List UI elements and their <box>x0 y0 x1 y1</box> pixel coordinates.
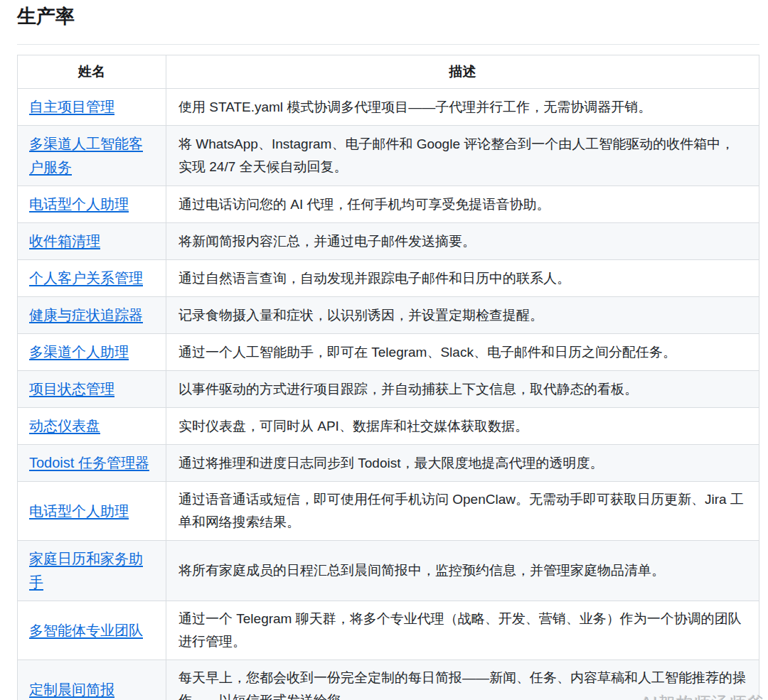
name-cell: 项目状态管理 <box>18 371 166 408</box>
name-cell: 健康与症状追踪器 <box>18 297 166 334</box>
name-cell: 多智能体专业团队 <box>18 601 166 660</box>
table-row: 多渠道个人助理 通过一个人工智能助手，即可在 Telegram、Slack、电子… <box>18 334 759 371</box>
description-column-header: 描述 <box>166 55 759 89</box>
header-row: 姓名 描述 <box>18 55 759 89</box>
description-cell: 通过一个人工智能助手，即可在 Telegram、Slack、电子邮件和日历之间分… <box>166 334 759 371</box>
description-cell: 使用 STATE.yaml 模式协调多代理项目——子代理并行工作，无需协调器开销… <box>166 89 759 126</box>
table-row: 定制晨间简报 每天早上，您都会收到一份完全定制的每日简报——新闻、任务、内容草稿… <box>18 660 759 700</box>
description-cell: 将 WhatsApp、Instagram、电子邮件和 Google 评论整合到一… <box>166 126 759 186</box>
row-link[interactable]: 项目状态管理 <box>29 381 114 397</box>
page: 生产率 姓名 描述 自主项目管理 使用 STATE.yaml 模式协调多代理项目… <box>0 0 768 700</box>
row-link[interactable]: 健康与症状追踪器 <box>29 307 143 323</box>
table-row: 多渠道人工智能客户服务 将 WhatsApp、Instagram、电子邮件和 G… <box>18 126 759 186</box>
table-header: 姓名 描述 <box>18 55 759 89</box>
table-row: 家庭日历和家务助手 将所有家庭成员的日程汇总到晨间简报中，监控预约信息，并管理家… <box>18 541 759 601</box>
row-link[interactable]: 自主项目管理 <box>29 99 114 114</box>
description-cell: 以事件驱动的方式进行项目跟踪，并自动捕获上下文信息，取代静态的看板。 <box>166 371 759 408</box>
row-link[interactable]: 定制晨间简报 <box>29 682 114 697</box>
row-link[interactable]: 多智能体专业团队 <box>29 623 143 638</box>
table-row: 动态仪表盘 实时仪表盘，可同时从 API、数据库和社交媒体获取数据。 <box>18 408 759 445</box>
name-cell: 动态仪表盘 <box>18 408 166 445</box>
table-row: 电话型个人助理 通过语音通话或短信，即可使用任何手机访问 OpenClaw。无需… <box>18 482 759 541</box>
row-link[interactable]: 家庭日历和家务助手 <box>29 551 143 590</box>
table-row: 电话型个人助理 通过电话访问您的 AI 代理，任何手机均可享受免提语音协助。 <box>18 186 759 223</box>
name-cell: 多渠道个人助理 <box>18 334 166 371</box>
row-link[interactable]: Todoist 任务管理器 <box>29 455 149 470</box>
name-cell: 多渠道人工智能客户服务 <box>18 126 166 186</box>
name-cell: 收件箱清理 <box>18 223 166 260</box>
description-cell: 通过一个 Telegram 聊天群，将多个专业代理（战略、开发、营销、业务）作为… <box>166 601 759 660</box>
row-link[interactable]: 电话型个人助理 <box>29 196 129 212</box>
row-link[interactable]: 多渠道个人助理 <box>29 344 129 360</box>
description-cell: 将新闻简报内容汇总，并通过电子邮件发送摘要。 <box>166 223 759 260</box>
name-cell: 电话型个人助理 <box>18 186 166 223</box>
row-link[interactable]: 多渠道人工智能客户服务 <box>29 136 143 175</box>
title-divider <box>17 44 759 45</box>
description-cell: 通过语音通话或短信，即可使用任何手机访问 OpenClaw。无需动手即可获取日历… <box>166 482 759 541</box>
description-cell: 将所有家庭成员的日程汇总到晨间简报中，监控预约信息，并管理家庭物品清单。 <box>166 541 759 601</box>
row-link[interactable]: 收件箱清理 <box>29 233 100 249</box>
table-row: 健康与症状追踪器 记录食物摄入量和症状，以识别诱因，并设置定期检查提醒。 <box>18 297 759 334</box>
row-link[interactable]: 个人客户关系管理 <box>29 270 143 286</box>
description-cell: 记录食物摄入量和症状，以识别诱因，并设置定期检查提醒。 <box>166 297 759 334</box>
table-row: 收件箱清理 将新闻简报内容汇总，并通过电子邮件发送摘要。 <box>18 223 759 260</box>
page-title: 生产率 <box>17 0 759 28</box>
use-cases-table: 姓名 描述 自主项目管理 使用 STATE.yaml 模式协调多代理项目——子代… <box>17 55 759 700</box>
name-cell: 个人客户关系管理 <box>18 260 166 297</box>
name-cell: 家庭日历和家务助手 <box>18 541 166 601</box>
table-row: 多智能体专业团队 通过一个 Telegram 聊天群，将多个专业代理（战略、开发… <box>18 601 759 660</box>
table-row: 自主项目管理 使用 STATE.yaml 模式协调多代理项目——子代理并行工作，… <box>18 89 759 126</box>
description-cell: 每天早上，您都会收到一份完全定制的每日简报——新闻、任务、内容草稿和人工智能推荐… <box>166 660 759 700</box>
name-cell: Todoist 任务管理器 <box>18 445 166 482</box>
table-row: 个人客户关系管理 通过自然语言查询，自动发现并跟踪电子邮件和日历中的联系人。 <box>18 260 759 297</box>
description-cell: 通过电话访问您的 AI 代理，任何手机均可享受免提语音协助。 <box>166 186 759 223</box>
table-row: Todoist 任务管理器 通过将推理和进度日志同步到 Todoist，最大限度… <box>18 445 759 482</box>
description-cell: 实时仪表盘，可同时从 API、数据库和社交媒体获取数据。 <box>166 408 759 445</box>
row-link[interactable]: 动态仪表盘 <box>29 418 100 434</box>
table-body: 自主项目管理 使用 STATE.yaml 模式协调多代理项目——子代理并行工作，… <box>18 89 759 700</box>
description-cell: 通过将推理和进度日志同步到 Todoist，最大限度地提高代理的透明度。 <box>166 445 759 482</box>
name-cell: 定制晨间简报 <box>18 660 166 700</box>
description-cell: 通过自然语言查询，自动发现并跟踪电子邮件和日历中的联系人。 <box>166 260 759 297</box>
row-link[interactable]: 电话型个人助理 <box>29 503 129 519</box>
name-column-header: 姓名 <box>18 55 166 89</box>
name-cell: 自主项目管理 <box>18 89 166 126</box>
name-cell: 电话型个人助理 <box>18 482 166 541</box>
table-row: 项目状态管理 以事件驱动的方式进行项目跟踪，并自动捕获上下文信息，取代静态的看板… <box>18 371 759 408</box>
